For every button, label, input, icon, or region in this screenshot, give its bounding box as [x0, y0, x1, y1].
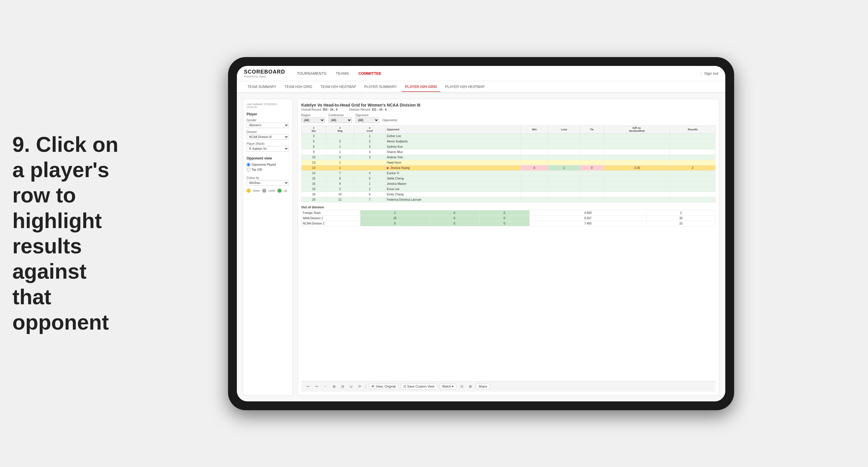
conference-filter-group: Conference (All) — [329, 114, 352, 123]
share-button[interactable]: Share — [476, 384, 490, 389]
h2h-grid-table: #Div #Reg #Conf Opponent Win Loss Tie Di… — [301, 125, 716, 203]
opponent-view-title: Opponent view — [247, 156, 289, 160]
nav-divider: | — [701, 71, 702, 76]
overall-record-value: 353 - 34 - 6 — [322, 108, 338, 111]
table-row[interactable]: 13 1 Haeji Hyun — [302, 160, 716, 165]
separator-btn[interactable]: ⊔ — [348, 384, 354, 389]
view-original-label: View: Original — [376, 384, 396, 388]
colour-by-section: Colour by Win/loss — [247, 176, 289, 186]
region-select[interactable]: (All) — [301, 117, 325, 123]
left-panel: Last Updated: 27/03/2024 16:55:28 Player… — [243, 99, 293, 396]
gender-select[interactable]: Women's — [247, 122, 289, 128]
table-row[interactable]: 16 9 1 Jessica Mason — [302, 181, 716, 186]
col-tie: Tie — [580, 125, 603, 133]
player-section-title: Player — [247, 112, 289, 116]
table-row[interactable]: 14 7 4 Eunice Yi — [302, 170, 716, 176]
undo-button[interactable]: ↩ — [305, 384, 311, 389]
logo: SCOREBOARD Powered by clippd — [244, 69, 285, 78]
table-row-highlighted[interactable]: 13 1 ▶Jessica Huang 0 1 0 -3.00 2 — [302, 165, 716, 170]
device-frame: SCOREBOARD Powered by clippd TOURNAMENTS… — [228, 57, 734, 410]
nav-teams[interactable]: TEAMS — [336, 70, 349, 77]
out-of-division-table: Foreign Team 1 0 0 4.500 2 NAIA Division… — [301, 210, 716, 226]
save-custom-label: Save Custom View — [407, 384, 435, 388]
watch-label: Watch ▾ — [442, 384, 454, 388]
tab-team-h2h-grid[interactable]: TEAM H2H GRID — [281, 83, 316, 92]
table-row[interactable]: 5 2 2 Alexis Sudjianto — [302, 138, 716, 144]
colour-by-label: Colour by — [247, 176, 289, 180]
forward-button[interactable]: → — [322, 384, 329, 389]
save-icon: ⊡ — [403, 384, 406, 388]
conference-select[interactable]: (All) — [329, 117, 352, 123]
col-rounds: Rounds — [670, 125, 716, 133]
table-row[interactable]: 9 1 4 Sharon Mun — [302, 149, 716, 155]
toolbar-separator1: | — [365, 384, 366, 389]
tab-team-h2h-heatmap[interactable]: TEAM H2H HEATMAP — [317, 83, 360, 92]
right-panel: Katelyn Vo Head-to-Head Grid for Women's… — [298, 99, 719, 396]
table-row[interactable]: NAIA Division 1 15 0 0 9.267 30 — [302, 215, 716, 221]
table-row[interactable]: 19 10 6 Emily Chang — [302, 192, 716, 197]
opponent-view-section: Opponent view Opponents Played Top 100 — [247, 156, 289, 172]
watch-button[interactable]: Watch ▾ — [440, 384, 457, 389]
paste-button[interactable]: ⊟ — [340, 384, 346, 389]
region-label: Region — [301, 114, 325, 117]
refresh-button[interactable]: ⟳ — [356, 384, 363, 389]
radio-top100[interactable]: Top 100 — [247, 168, 289, 172]
col-reg: #Reg — [326, 125, 354, 133]
share-label: Share — [478, 384, 487, 388]
table-row[interactable]: 15 8 5 Stella Cheng — [302, 176, 716, 181]
opponents-label: Opponents: — [382, 119, 398, 123]
division-select[interactable]: NCAA Division III — [247, 134, 289, 140]
col-conf: #Conf — [354, 125, 385, 133]
col-diff: Diff AvStrokes/Rnd — [603, 125, 670, 133]
col-div: #Div — [302, 125, 326, 133]
view-original-button[interactable]: 👁 View: Original — [369, 384, 398, 389]
table-row[interactable]: 3 1 Esther Lee — [302, 133, 716, 138]
legend-label-down: Down — [253, 189, 260, 192]
region-filter-group: Region (All) — [301, 114, 325, 123]
toolbar: ↩ ↪ → ⊞ ⊟ ⊔ ⟳ | 👁 View: Original ⊡ Save … — [301, 381, 716, 392]
nav-tournaments[interactable]: TOURNAMENTS — [297, 70, 326, 77]
device-screen: SCOREBOARD Powered by clippd TOURNAMENTS… — [237, 66, 725, 401]
radio-opponents-played[interactable]: Opponents Played — [247, 163, 289, 166]
col-opponent: Opponent — [385, 125, 521, 133]
legend-label-level: Level — [269, 189, 275, 192]
grid-button[interactable]: ⊞ — [467, 384, 473, 389]
sign-out-button[interactable]: Sign out — [704, 71, 718, 75]
logo-subtitle: Powered by clippd — [244, 75, 285, 78]
table-row[interactable]: 18 2 2 Euna Lee — [302, 186, 716, 192]
copy-button[interactable]: ⊞ — [331, 384, 337, 389]
col-win: Win — [521, 125, 548, 133]
save-custom-button[interactable]: ⊡ Save Custom View — [401, 384, 437, 389]
tab-team-summary[interactable]: TEAM SUMMARY — [244, 83, 280, 92]
grid-title: Katelyn Vo Head-to-Head Grid for Women's… — [301, 103, 716, 107]
opponent-select[interactable]: (All) — [355, 117, 379, 123]
table-row[interactable]: 10 6 3 Andrea York — [302, 155, 716, 160]
colour-by-select[interactable]: Win/loss — [247, 180, 289, 186]
view-icon: 👁 — [371, 384, 375, 388]
table-header-row: #Div #Reg #Conf Opponent Win Loss Tie Di… — [302, 125, 716, 133]
layout-button[interactable]: ⊡ — [459, 384, 465, 389]
opponent-filter-group: Opponent (All) — [355, 114, 379, 123]
legend-dot-down — [247, 189, 251, 193]
nav-committee[interactable]: COMMITTEE — [359, 70, 381, 77]
conference-label: Conference — [329, 114, 352, 117]
opponent-label: Opponent — [355, 114, 379, 117]
gender-label: Gender — [247, 119, 289, 122]
tab-player-h2h-heatmap[interactable]: PLAYER H2H HEATMAP — [442, 83, 488, 92]
redo-button[interactable]: ↪ — [313, 384, 319, 389]
table-row[interactable]: NCAA Division 2 5 0 0 7.400 10 — [302, 221, 716, 226]
player-rank-label: Player (Rank) — [247, 142, 289, 145]
legend-dot-level — [262, 189, 266, 193]
nav-links: TOURNAMENTS TEAMS COMMITTEE — [297, 70, 701, 77]
annotation-text: 9. Click on a player's row to highlight … — [12, 132, 124, 335]
filter-row: Region (All) Conference (All) Opponent — [301, 114, 716, 123]
table-row[interactable]: 6 1 3 Sydney Kuo — [302, 144, 716, 149]
tab-player-h2h-grid[interactable]: PLAYER H2H GRID — [402, 83, 440, 92]
player-rank-select[interactable]: 8. Katelyn Vo — [247, 146, 289, 152]
table-row[interactable]: Foreign Team 1 0 0 4.500 2 — [302, 210, 716, 215]
table-row[interactable]: 20 11 7 Federica Domecq Lacroze — [302, 197, 716, 202]
logo-title: SCOREBOARD — [244, 69, 285, 75]
tab-player-summary[interactable]: PLAYER SUMMARY — [361, 83, 400, 92]
records-row: Overall Record: 353 - 34 - 6 Division Re… — [301, 108, 716, 111]
legend-dot-up — [277, 189, 282, 193]
